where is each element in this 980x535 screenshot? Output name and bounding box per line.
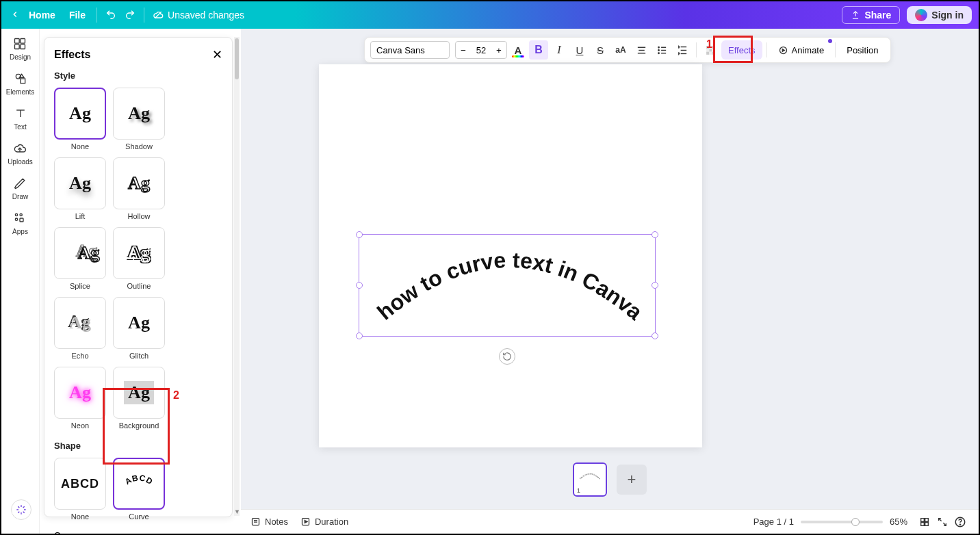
rail-item-elements[interactable]: Elements: [6, 72, 35, 96]
shape-heading: Shape: [54, 441, 222, 451]
style-tile-background[interactable]: AgBackground: [113, 367, 165, 430]
add-page-button[interactable]: +: [617, 465, 647, 495]
duration-label: Duration: [315, 517, 348, 527]
notes-icon: [250, 517, 261, 527]
rail-item-apps[interactable]: Apps: [12, 211, 28, 235]
svg-rect-1: [15, 39, 20, 44]
style-tile-hollow[interactable]: AgHollow: [113, 157, 165, 220]
rail-label: Draw: [12, 193, 28, 200]
share-button[interactable]: Share: [842, 6, 900, 24]
font-size-increment[interactable]: +: [491, 45, 506, 55]
style-tile-glitch[interactable]: AgGlitch: [113, 297, 165, 360]
effects-button[interactable]: Effects: [721, 40, 762, 60]
shape-tile-curve[interactable]: ABCD Curve: [113, 458, 165, 521]
style-tile-none[interactable]: AgNone: [54, 88, 106, 151]
curved-text-content: how to curve text in Canva: [372, 248, 647, 325]
rail-item-text[interactable]: Text: [14, 107, 27, 131]
spacing-button[interactable]: [673, 40, 692, 60]
underline-button[interactable]: U: [570, 40, 589, 60]
svg-rect-42: [925, 518, 929, 521]
animate-button[interactable]: Animate: [771, 40, 831, 60]
font-color-button[interactable]: A: [508, 40, 528, 60]
rail-item-uploads[interactable]: Uploads: [8, 142, 33, 166]
signin-button[interactable]: Sign in: [907, 6, 972, 24]
svg-point-7: [16, 213, 18, 216]
panel-scrollbar[interactable]: ▲ ▼: [234, 37, 240, 516]
tile-label: Outline: [127, 282, 151, 290]
bottom-bar: Notes Duration Page 1 / 1 65%: [241, 509, 979, 534]
notes-button[interactable]: Notes: [250, 517, 288, 527]
magic-button[interactable]: [11, 499, 31, 520]
style-tile-outline[interactable]: AgOutline: [113, 227, 165, 290]
svg-rect-2: [21, 39, 25, 44]
svg-rect-10: [20, 218, 23, 222]
strikethrough-button[interactable]: S: [591, 40, 610, 60]
svg-rect-41: [921, 518, 925, 521]
font-size-decrement[interactable]: −: [456, 45, 471, 55]
svg-rect-6: [21, 79, 25, 83]
svg-rect-3: [15, 44, 20, 49]
resize-handle-tl[interactable]: [356, 231, 363, 238]
duration-button[interactable]: Duration: [300, 517, 348, 527]
style-tile-echo[interactable]: AgEcho: [54, 297, 106, 360]
help-icon: [954, 516, 966, 528]
style-heading: Style: [54, 70, 222, 81]
font-picker[interactable]: Canva Sans: [370, 41, 450, 59]
rotate-handle[interactable]: [499, 348, 515, 365]
rail-item-draw[interactable]: Draw: [12, 177, 28, 200]
bold-button[interactable]: B: [529, 40, 548, 60]
rail-item-design[interactable]: Design: [10, 37, 31, 61]
rail-label: Elements: [6, 88, 35, 96]
separator: [96, 8, 97, 23]
canvas-page[interactable]: how to curve text in Canva: [319, 64, 702, 447]
resize-handle-tr[interactable]: [652, 231, 658, 238]
shape-tile-none[interactable]: ABCDNone: [54, 458, 106, 521]
svg-rect-27: [706, 49, 709, 51]
rail-label: Uploads: [8, 158, 33, 166]
effects-panel: Effects ✕ Style AgNone AgShadow AgLift A…: [44, 37, 233, 517]
italic-button[interactable]: I: [550, 40, 569, 60]
scroll-down-icon[interactable]: ▼: [234, 509, 240, 516]
curved-text[interactable]: how to curve text in Canva: [355, 240, 665, 343]
scroll-thumb[interactable]: [235, 38, 239, 79]
align-button[interactable]: [632, 40, 651, 60]
apps-icon: [13, 211, 27, 225]
svg-rect-25: [709, 46, 712, 49]
unsaved-status[interactable]: Unsaved changes: [153, 10, 244, 21]
fullscreen-icon: [937, 517, 948, 527]
list-button[interactable]: [652, 40, 671, 60]
uploads-icon: [13, 142, 27, 155]
text-toolbar: Canva Sans − 52 + A B I U S aA Effects A…: [364, 37, 891, 63]
shape-grid: ABCDNone ABCD Curve: [54, 458, 222, 521]
home-button[interactable]: Home: [22, 7, 62, 23]
notes-label: Notes: [265, 517, 288, 527]
style-tile-shadow[interactable]: AgShadow: [113, 88, 165, 151]
transparency-button[interactable]: [701, 40, 720, 60]
undo-icon[interactable]: [101, 9, 120, 22]
position-button[interactable]: Position: [840, 40, 885, 60]
top-bar: Home File Unsaved changes Share Sign in: [1, 1, 979, 29]
help-button[interactable]: [951, 513, 969, 531]
file-button[interactable]: File: [62, 7, 92, 23]
style-tile-neon[interactable]: AgNeon: [54, 367, 106, 430]
grid-view-button[interactable]: [916, 513, 933, 531]
text-selection-box[interactable]: how to curve text in Canva: [359, 234, 656, 337]
uppercase-button[interactable]: aA: [611, 40, 630, 60]
style-tile-splice[interactable]: Splice: [54, 227, 106, 290]
tile-label: Glitch: [129, 352, 149, 360]
font-size-group: − 52 +: [455, 41, 507, 59]
tile-label: Shadow: [125, 142, 153, 151]
redo-icon[interactable]: [120, 9, 140, 22]
zoom-slider[interactable]: [801, 521, 883, 523]
style-tile-lift[interactable]: AgLift: [54, 157, 106, 220]
svg-point-48: [959, 524, 960, 525]
share-icon: [851, 10, 860, 20]
svg-point-8: [20, 213, 22, 216]
svg-rect-43: [921, 522, 925, 525]
back-chevron-icon[interactable]: [8, 10, 22, 21]
page-thumbnail-1[interactable]: how to curve text in Canva 1: [573, 462, 607, 497]
close-icon[interactable]: ✕: [212, 47, 222, 62]
page-indicator: Page 1 / 1: [753, 517, 794, 527]
transparency-icon: [705, 44, 717, 56]
fullscreen-button[interactable]: [933, 513, 951, 531]
